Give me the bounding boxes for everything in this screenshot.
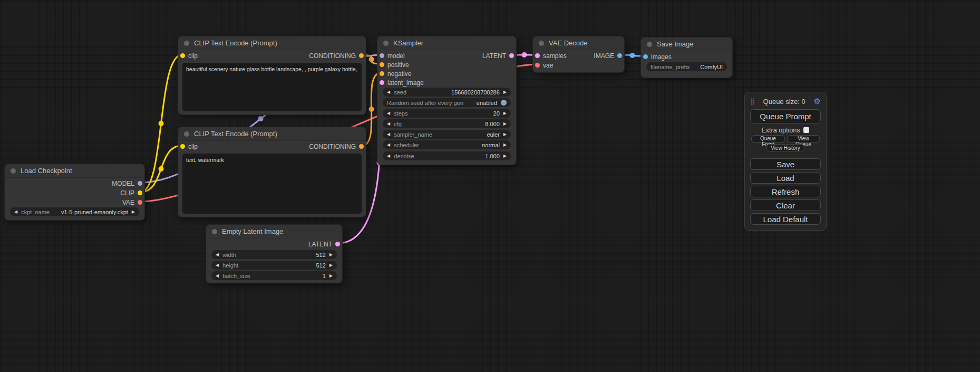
view-history-button[interactable]: View History <box>766 144 804 151</box>
decrement-arrow-icon[interactable]: ◀ <box>387 122 390 126</box>
node-clip-text-encode-negative[interactable]: CLIP Text Encode (Prompt) clip CONDITION… <box>178 127 366 217</box>
input-slot-positive[interactable]: positive <box>380 61 409 69</box>
vae-slot-dot[interactable] <box>535 63 540 68</box>
random-seed-toggle-dot[interactable] <box>501 100 507 106</box>
conditioning-slot-dot[interactable] <box>380 71 384 76</box>
node-collapse-dot[interactable] <box>212 229 217 234</box>
node-title-bar[interactable]: Empty Latent Image <box>206 225 342 239</box>
input-slot-clip[interactable]: clip <box>180 52 198 60</box>
node-save-image[interactable]: Save Image images filename_prefix ComfyU… <box>641 37 733 78</box>
decrement-arrow-icon[interactable]: ◀ <box>387 111 390 116</box>
clear-button[interactable]: Clear <box>750 199 821 211</box>
node-empty-latent-image[interactable]: Empty Latent Image LATENT ◀ width 512 ▶ … <box>206 224 343 283</box>
view-queue-button[interactable]: View Queue <box>787 135 820 142</box>
node-title-bar[interactable]: Save Image <box>641 37 732 51</box>
load-button[interactable]: Load <box>750 172 821 184</box>
output-slot-conditioning[interactable]: CONDITIONING <box>309 143 364 150</box>
input-slot-negative[interactable]: negative <box>380 70 411 78</box>
decrement-arrow-icon[interactable]: ◀ <box>14 210 17 214</box>
latent-slot-dot[interactable] <box>380 80 384 85</box>
node-title-bar[interactable]: VAE Decode <box>533 36 624 50</box>
prompt-textarea[interactable]: text, watermark <box>182 154 362 214</box>
decrement-arrow-icon[interactable]: ◀ <box>216 253 219 257</box>
node-collapse-dot[interactable] <box>647 42 652 47</box>
decrement-arrow-icon[interactable]: ◀ <box>387 90 390 94</box>
widget-sampler-name[interactable]: ◀ sampler_name euler ▶ <box>383 130 511 139</box>
vae-slot-dot[interactable] <box>138 200 142 205</box>
node-ksampler[interactable]: KSampler model LATENT positive negative <box>377 36 517 165</box>
output-slot-image[interactable]: IMAGE <box>594 52 622 60</box>
input-slot-clip[interactable]: clip <box>180 143 198 150</box>
increment-arrow-icon[interactable]: ▶ <box>329 263 333 268</box>
decrement-arrow-icon[interactable]: ◀ <box>216 274 219 278</box>
output-slot-clip[interactable]: CLIP <box>120 189 142 197</box>
model-slot-dot[interactable] <box>138 181 142 186</box>
model-slot-dot[interactable] <box>380 53 384 58</box>
input-slot-latent-image[interactable]: latent_image <box>380 79 424 87</box>
node-clip-text-encode-positive[interactable]: CLIP Text Encode (Prompt) clip CONDITION… <box>178 36 366 115</box>
increment-arrow-icon[interactable]: ▶ <box>503 132 507 137</box>
node-collapse-dot[interactable] <box>184 131 189 137</box>
input-slot-vae[interactable]: vae <box>535 62 553 69</box>
output-slot-latent[interactable]: LATENT <box>308 241 340 248</box>
widget-random-seed[interactable]: Random seed after every gen enabled <box>383 98 511 107</box>
widget-scheduler[interactable]: ◀ scheduler normal ▶ <box>383 140 511 149</box>
increment-arrow-icon[interactable]: ▶ <box>329 274 333 278</box>
node-title-bar[interactable]: CLIP Text Encode (Prompt) <box>178 36 366 50</box>
output-slot-vae[interactable]: VAE <box>122 199 142 206</box>
image-slot-dot[interactable] <box>617 53 622 58</box>
increment-arrow-icon[interactable]: ▶ <box>503 111 507 116</box>
link-clip-negative-midpoint-dot[interactable] <box>159 166 164 171</box>
input-slot-samples[interactable]: samples <box>535 52 567 60</box>
output-slot-latent[interactable]: LATENT <box>482 52 514 60</box>
widget-seed[interactable]: ◀ seed 156680208700286 ▶ <box>383 88 511 97</box>
widget-steps[interactable]: ◀ steps 20 ▶ <box>383 109 511 118</box>
settings-gear-icon[interactable]: ⚙ <box>814 97 821 106</box>
latent-slot-dot[interactable] <box>535 53 540 58</box>
node-collapse-dot[interactable] <box>539 41 544 46</box>
decrement-arrow-icon[interactable]: ◀ <box>387 132 390 137</box>
widget-batch-size[interactable]: ◀ batch_size 1 ▶ <box>211 271 337 280</box>
link-clip-positive-midpoint-dot[interactable] <box>159 121 164 126</box>
output-slot-model[interactable]: MODEL <box>112 180 142 187</box>
increment-arrow-icon[interactable]: ▶ <box>329 253 333 257</box>
save-button[interactable]: Save <box>750 158 821 170</box>
graph-canvas[interactable]: Load Checkpoint MODEL CLIP VAE ◀ ckpt_na… <box>0 0 980 372</box>
decrement-arrow-icon[interactable]: ◀ <box>387 143 390 147</box>
link-model-midpoint-dot[interactable] <box>258 116 264 121</box>
load-default-button[interactable]: Load Default <box>750 213 821 225</box>
increment-arrow-icon[interactable]: ▶ <box>503 154 507 158</box>
node-title-bar[interactable]: Load Checkpoint <box>5 164 144 178</box>
conditioning-slot-dot[interactable] <box>380 62 384 67</box>
conditioning-slot-dot[interactable] <box>359 144 364 149</box>
node-vae-decode[interactable]: VAE Decode samples IMAGE vae <box>532 36 625 73</box>
input-slot-model[interactable]: model <box>380 52 405 60</box>
increment-arrow-icon[interactable]: ▶ <box>503 90 507 94</box>
latent-slot-dot[interactable] <box>509 53 514 58</box>
node-load-checkpoint[interactable]: Load Checkpoint MODEL CLIP VAE ◀ ckpt_na… <box>4 164 145 221</box>
queue-prompt-button[interactable]: Queue Prompt <box>750 109 821 123</box>
prompt-textarea[interactable]: beautiful scenery nature glass bottle la… <box>182 63 362 111</box>
refresh-button[interactable]: Refresh <box>750 186 821 197</box>
link-latent-out-midpoint-dot[interactable] <box>522 52 527 58</box>
node-title-bar[interactable]: KSampler <box>377 36 516 50</box>
extra-options-checkbox[interactable] <box>803 127 809 133</box>
node-title-bar[interactable]: CLIP Text Encode (Prompt) <box>178 127 366 141</box>
image-slot-dot[interactable] <box>643 54 648 59</box>
decrement-arrow-icon[interactable]: ◀ <box>216 263 219 268</box>
decrement-arrow-icon[interactable]: ◀ <box>387 154 390 158</box>
link-cond-negative-midpoint-dot[interactable] <box>369 107 374 112</box>
widget-denoise[interactable]: ◀ denoise 1.000 ▶ <box>383 151 511 160</box>
clip-slot-dot[interactable] <box>138 190 142 195</box>
link-cond-positive-midpoint-dot[interactable] <box>369 57 374 62</box>
node-collapse-dot[interactable] <box>11 168 16 174</box>
input-slot-images[interactable]: images <box>643 53 672 61</box>
menu-drag-handle-icon[interactable]: ⣿ <box>750 98 755 105</box>
clip-slot-dot[interactable] <box>180 53 185 58</box>
queue-front-button[interactable]: Queue Front <box>751 135 785 142</box>
conditioning-slot-dot[interactable] <box>359 53 364 58</box>
latent-slot-dot[interactable] <box>335 242 340 246</box>
increment-arrow-icon[interactable]: ▶ <box>503 143 507 147</box>
output-slot-conditioning[interactable]: CONDITIONING <box>309 52 364 60</box>
increment-arrow-icon[interactable]: ▶ <box>503 122 507 126</box>
